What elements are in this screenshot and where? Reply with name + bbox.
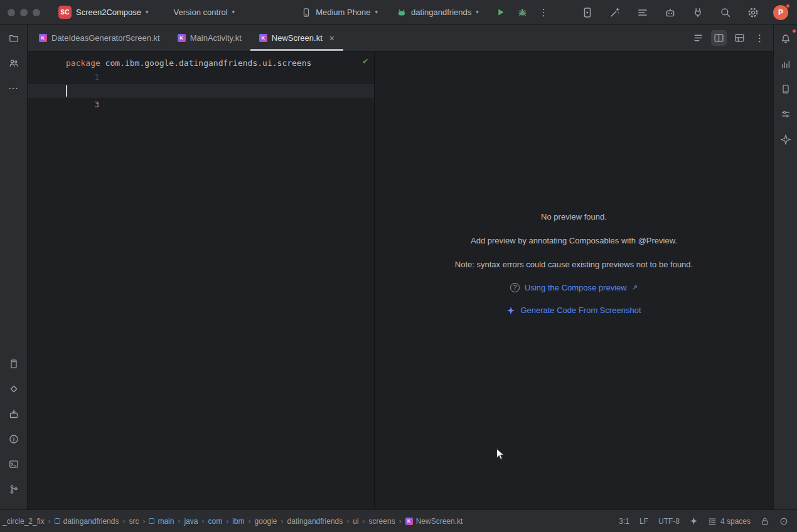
resource-manager-tool-button[interactable] [5, 380, 23, 398]
avatar-initial: P [778, 8, 783, 17]
device-explorer-tool-button[interactable] [5, 355, 23, 373]
profile-avatar[interactable]: P [773, 5, 788, 20]
info-circle-icon [9, 434, 19, 445]
generate-link-label: Generate Code From Screenshot [520, 306, 641, 315]
view-mode-code-button[interactable] [690, 30, 706, 46]
cursor-position-widget[interactable]: 3:1 [619, 517, 629, 526]
breadcrumb-item[interactable]: _circle_2_fix [3, 517, 45, 526]
run-configuration-label: datingandfriends [411, 8, 471, 17]
profiler-tool-button[interactable] [777, 55, 794, 73]
device-manager-tool-button[interactable] [777, 80, 794, 98]
breadcrumb: _circle_2_fix › datingandfriends › src ›… [3, 517, 463, 526]
running-devices-icon [582, 7, 593, 18]
code-content: package com.ibm.google.datingandfriends.… [66, 56, 311, 70]
compose-preview-help-link[interactable]: ? Using the Compose preview ↗ [375, 283, 773, 292]
pull-requests-tool-button[interactable] [5, 55, 23, 72]
breadcrumb-item[interactable]: src [129, 517, 139, 526]
bell-icon [781, 33, 791, 45]
breadcrumb-separator: › [122, 517, 125, 526]
line-number: 3 [87, 98, 99, 112]
device-selector[interactable]: Medium Phone ▾ [297, 5, 382, 20]
version-control-label: Version control [174, 8, 228, 17]
line-separator-widget[interactable]: LF [639, 517, 648, 526]
breadcrumb-separator: › [226, 517, 228, 526]
editor-options-button[interactable]: ⋮ [752, 31, 767, 45]
folder-icon [9, 33, 19, 44]
breadcrumb-item[interactable]: ui [353, 517, 358, 526]
version-control-menu[interactable]: Version control ▾ [169, 5, 240, 19]
notification-dot [792, 29, 796, 33]
ai-status-widget[interactable] [690, 517, 698, 525]
window-controls [8, 9, 40, 16]
breadcrumb-item[interactable]: google [254, 517, 277, 526]
help-link-label: Using the Compose preview [525, 283, 627, 292]
logcat-icon [637, 7, 648, 18]
view-mode-split-button[interactable] [711, 30, 727, 46]
view-mode-design-button[interactable] [732, 30, 747, 46]
chevron-down-icon: ▾ [375, 9, 378, 15]
gemini-sparkle-icon [781, 134, 791, 145]
breadcrumb-item[interactable]: java [184, 517, 198, 526]
run-button[interactable] [493, 5, 508, 19]
plugins-button[interactable] [690, 5, 705, 20]
problems-tool-button[interactable] [5, 430, 23, 448]
sliders-icon [781, 109, 791, 120]
tab-dateideasgeneratorscreen[interactable]: K DateIdeasGeneratorScreen.kt [30, 25, 169, 51]
generate-code-link[interactable]: Generate Code From Screenshot [375, 306, 773, 315]
close-tab-icon[interactable]: × [329, 34, 334, 43]
gemini-tool-button[interactable] [777, 130, 794, 148]
ai-actions-button[interactable] [607, 5, 623, 20]
code-line-3[interactable]: 3 [28, 84, 374, 98]
logcat-button[interactable] [635, 5, 650, 20]
chevron-down-icon: ▾ [146, 9, 149, 15]
inspection-ok-icon[interactable]: ✔ [362, 56, 369, 66]
breadcrumb-item[interactable]: datingandfriends [287, 517, 343, 526]
close-window-button[interactable] [8, 9, 15, 16]
breadcrumb-item[interactable]: ibm [232, 517, 244, 526]
breadcrumb-item[interactable]: screens [369, 517, 395, 526]
code-editor[interactable]: 1 package com.ibm.google.datingandfriend… [28, 51, 374, 509]
external-link-icon: ↗ [632, 284, 638, 292]
project-badge: SC [58, 6, 72, 19]
code-line-1[interactable]: 1 package com.ibm.google.datingandfriend… [28, 56, 374, 70]
running-devices-button[interactable] [580, 5, 595, 20]
tab-label: NewScreen.kt [272, 33, 323, 43]
debug-button[interactable] [515, 5, 530, 19]
settings-button[interactable] [746, 5, 761, 20]
more-run-options-button[interactable]: ⋮ [537, 6, 550, 19]
editor-tab-bar: K DateIdeasGeneratorScreen.kt K MainActi… [28, 25, 773, 51]
tab-newscreen[interactable]: K NewScreen.kt × [250, 25, 343, 51]
module-icon [55, 518, 60, 524]
titlebar: SC Screen2Compose ▾ Version control ▾ Me… [0, 0, 797, 25]
version-control-tool-button[interactable] [5, 481, 23, 498]
chart-icon [781, 58, 791, 70]
search-everywhere-button[interactable] [718, 5, 733, 20]
agent-button[interactable] [663, 5, 678, 20]
breadcrumb-item[interactable]: KNewScreen.kt [405, 517, 463, 526]
readonly-toggle-widget[interactable] [761, 517, 769, 526]
indent-widget[interactable]: 4 spaces [708, 517, 751, 526]
sparkle-icon [506, 306, 515, 315]
build-variants-tool-button[interactable] [777, 105, 794, 123]
breadcrumb-separator: › [142, 517, 145, 526]
zoom-window-button[interactable] [33, 9, 40, 16]
status-indicator-widget[interactable] [779, 517, 788, 526]
titlebar-actions: P [580, 5, 791, 20]
project-selector[interactable]: SC Screen2Compose ▾ [54, 3, 153, 21]
tab-label: MainActivity.kt [190, 33, 242, 43]
project-tool-button[interactable] [5, 29, 23, 47]
code-line-2[interactable]: 2 [28, 70, 374, 84]
more-tool-windows-button[interactable]: ⋯ [5, 80, 23, 97]
terminal-tool-button[interactable] [5, 455, 23, 473]
breadcrumb-item[interactable]: datingandfriends [55, 517, 119, 526]
encoding-widget[interactable]: UTF-8 [658, 517, 680, 526]
tab-mainactivity[interactable]: K MainActivity.kt [169, 25, 250, 51]
breadcrumb-item[interactable]: main [149, 517, 174, 526]
indent-icon [708, 517, 717, 526]
minimize-window-button[interactable] [20, 9, 28, 16]
notifications-button[interactable] [777, 30, 794, 48]
run-configuration-selector[interactable]: datingandfriends ▾ [392, 5, 483, 20]
app-inspection-tool-button[interactable] [5, 405, 23, 423]
breadcrumb-item[interactable]: com [208, 517, 222, 526]
compose-preview-panel: No preview found. Add preview by annotat… [374, 51, 773, 509]
